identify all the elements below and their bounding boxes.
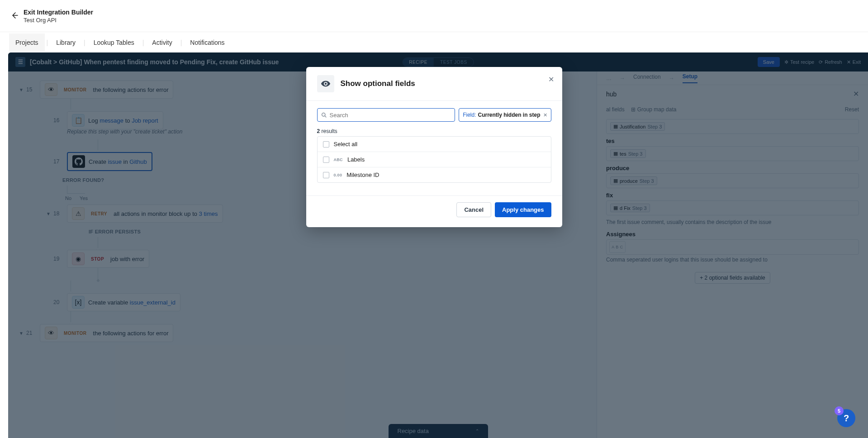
filter-chip[interactable]: Field: Currently hidden in step ✕ <box>459 108 551 122</box>
option-label: Labels <box>347 156 365 163</box>
remove-filter-icon[interactable]: ✕ <box>543 112 547 118</box>
select-all-label: Select all <box>334 141 358 148</box>
svg-line-1 <box>325 116 326 117</box>
filter-value: Currently hidden in step <box>478 112 540 118</box>
help-button[interactable]: 5 ? <box>837 409 855 427</box>
checkbox[interactable] <box>323 157 329 163</box>
cancel-button[interactable]: Cancel <box>456 202 491 217</box>
type-tag: ABC <box>334 157 343 162</box>
apply-button[interactable]: Apply changes <box>495 202 551 217</box>
modal-body: Field: Currently hidden in step ✕ 2 resu… <box>306 101 562 190</box>
modal-overlay: Show optional fields ✕ Field: Currently … <box>0 0 868 438</box>
modal-footer: Cancel Apply changes <box>306 195 562 227</box>
help-badge: 5 <box>835 406 844 415</box>
eye-icon <box>317 75 334 92</box>
filter-label: Field: <box>463 112 476 118</box>
option-label: Milestone ID <box>346 171 379 178</box>
search-field[interactable] <box>330 112 451 119</box>
checkbox[interactable] <box>323 141 329 148</box>
select-all-row[interactable]: Select all <box>318 137 551 152</box>
close-icon[interactable]: ✕ <box>548 75 554 84</box>
checkbox[interactable] <box>323 172 329 178</box>
option-labels[interactable]: ABC Labels <box>318 152 551 167</box>
optional-fields-modal: Show optional fields ✕ Field: Currently … <box>306 67 562 227</box>
type-tag: 0.00 <box>334 173 342 177</box>
option-list: Select all ABC Labels 0.00 Milestone ID <box>317 136 551 183</box>
modal-title: Show optional fields <box>341 79 415 88</box>
svg-point-0 <box>322 113 325 116</box>
search-icon <box>321 112 327 118</box>
modal-controls: Field: Currently hidden in step ✕ <box>317 108 551 122</box>
option-milestone[interactable]: 0.00 Milestone ID <box>318 167 551 182</box>
search-input[interactable] <box>317 108 455 122</box>
results-count: 2 results <box>317 128 551 134</box>
modal-header: Show optional fields ✕ <box>306 67 562 101</box>
